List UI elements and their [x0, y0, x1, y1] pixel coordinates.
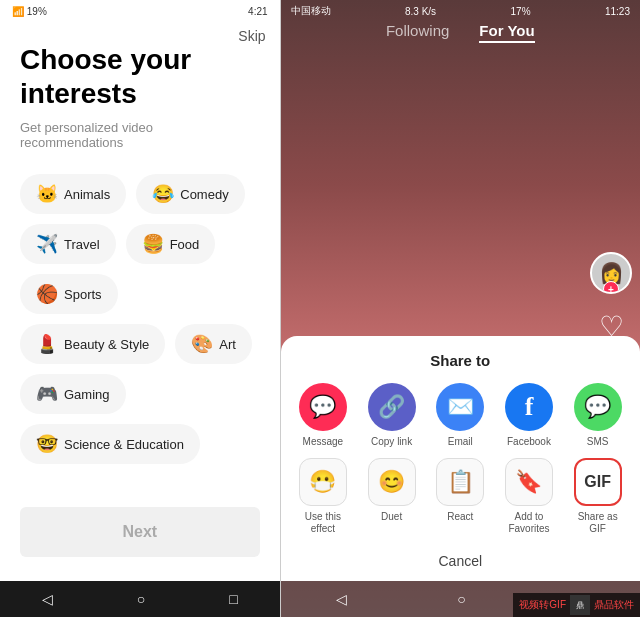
share-sms[interactable]: 💬 SMS: [570, 383, 626, 448]
interest-animals[interactable]: 🐱 Animals: [20, 174, 126, 214]
signal-icon: 📶 19%: [12, 6, 47, 17]
interest-art[interactable]: 🎨 Art: [175, 324, 252, 364]
page-title: Choose your interests: [20, 43, 260, 110]
interest-sports[interactable]: 🏀 Sports: [20, 274, 118, 314]
facebook-label: Facebook: [507, 436, 551, 448]
time-right: 11:23: [605, 6, 630, 17]
watermark-brand: 鼎品软件: [594, 598, 634, 612]
science-label: Science & Education: [64, 437, 184, 452]
share-row-2: 😷 Use thiseffect 😊 Duet 📋 React 🔖 Add to…: [281, 458, 640, 535]
share-favorites[interactable]: 🔖 Add toFavorites: [501, 458, 557, 535]
duet-label: Duet: [381, 511, 402, 523]
food-label: Food: [170, 237, 200, 252]
message-icon: 💬: [299, 383, 347, 431]
share-copylink[interactable]: 🔗 Copy link: [364, 383, 420, 448]
animals-emoji: 🐱: [36, 183, 58, 205]
interest-row-1: 🐱 Animals 😂 Comedy: [20, 174, 260, 214]
favorites-icon: 🔖: [505, 458, 553, 506]
status-bar-right: 中国移动 8.3 K/s 17% 11:23: [281, 0, 640, 22]
comedy-label: Comedy: [180, 187, 228, 202]
watermark-text: 视频转GIF: [519, 598, 566, 612]
interest-row-4: 💄 Beauty & Style 🎨 Art: [20, 324, 260, 364]
interest-row-6: 🤓 Science & Education: [20, 424, 260, 464]
beauty-label: Beauty & Style: [64, 337, 149, 352]
share-facebook[interactable]: f Facebook: [501, 383, 557, 448]
share-duet[interactable]: 😊 Duet: [364, 458, 420, 523]
art-emoji: 🎨: [191, 333, 213, 355]
watermark-logo: 鼎: [570, 595, 590, 615]
gif-icon: GIF: [574, 458, 622, 506]
effect-label: Use thiseffect: [305, 511, 341, 535]
food-emoji: 🍔: [142, 233, 164, 255]
facebook-icon: f: [505, 383, 553, 431]
tab-following[interactable]: Following: [386, 22, 449, 43]
sms-icon: 💬: [574, 383, 622, 431]
follow-plus-icon[interactable]: +: [603, 281, 619, 294]
interest-travel[interactable]: ✈️ Travel: [20, 224, 116, 264]
share-gif[interactable]: GIF Share asGIF: [570, 458, 626, 535]
react-label: React: [447, 511, 473, 523]
email-label: Email: [448, 436, 473, 448]
interest-row-2: ✈️ Travel 🍔 Food: [20, 224, 260, 264]
battery-right: 17%: [511, 6, 531, 17]
skip-button[interactable]: Skip: [238, 28, 265, 44]
share-row-1: 💬 Message 🔗 Copy link ✉️ Email f Faceboo…: [281, 383, 640, 448]
gif-label: Share asGIF: [578, 511, 618, 535]
animals-label: Animals: [64, 187, 110, 202]
back-nav-icon[interactable]: ◁: [42, 591, 53, 607]
email-icon: ✉️: [436, 383, 484, 431]
gaming-label: Gaming: [64, 387, 110, 402]
interests-grid: 🐱 Animals 😂 Comedy ✈️ Travel 🍔 Food: [20, 174, 260, 464]
interest-food[interactable]: 🍔 Food: [126, 224, 216, 264]
left-panel: 📶 19% 4:21 Skip Choose your interests Ge…: [0, 0, 280, 617]
share-title: Share to: [281, 352, 640, 369]
subtitle-text: Get personalized video recommendations: [20, 120, 260, 150]
tab-for-you[interactable]: For You: [479, 22, 534, 43]
duet-icon: 😊: [368, 458, 416, 506]
recents-nav-icon[interactable]: □: [229, 591, 237, 607]
copylink-label: Copy link: [371, 436, 412, 448]
beauty-emoji: 💄: [36, 333, 58, 355]
speed-text: 8.3 K/s: [405, 6, 436, 17]
share-message[interactable]: 💬 Message: [295, 383, 351, 448]
watermark: 视频转GIF 鼎 鼎品软件: [513, 593, 640, 617]
status-bar-left: 📶 19% 4:21: [0, 0, 280, 23]
comedy-emoji: 😂: [152, 183, 174, 205]
nav-bar-left: ◁ ○ □: [0, 581, 280, 617]
share-effect[interactable]: 😷 Use thiseffect: [295, 458, 351, 535]
travel-emoji: ✈️: [36, 233, 58, 255]
home-nav-icon[interactable]: ○: [137, 591, 145, 607]
right-panel: 中国移动 8.3 K/s 17% 11:23 Following For You…: [281, 0, 640, 617]
time-left: 4:21: [248, 6, 267, 17]
copylink-icon: 🔗: [368, 383, 416, 431]
tiktok-tabs: Following For You: [281, 22, 640, 43]
avatar[interactable]: 👩 +: [590, 252, 632, 294]
share-sheet: Share to 💬 Message 🔗 Copy link ✉️ Email …: [281, 336, 640, 581]
travel-label: Travel: [64, 237, 100, 252]
carrier-text: 中国移动: [291, 4, 331, 18]
back-nav-right-icon[interactable]: ◁: [336, 591, 347, 607]
favorites-label: Add toFavorites: [508, 511, 549, 535]
sports-label: Sports: [64, 287, 102, 302]
gaming-emoji: 🎮: [36, 383, 58, 405]
interest-science[interactable]: 🤓 Science & Education: [20, 424, 200, 464]
interest-row-5: 🎮 Gaming: [20, 374, 260, 414]
art-label: Art: [219, 337, 236, 352]
share-email[interactable]: ✉️ Email: [432, 383, 488, 448]
science-emoji: 🤓: [36, 433, 58, 455]
effect-icon: 😷: [299, 458, 347, 506]
interest-beauty[interactable]: 💄 Beauty & Style: [20, 324, 165, 364]
sms-label: SMS: [587, 436, 609, 448]
interest-comedy[interactable]: 😂 Comedy: [136, 174, 244, 214]
share-react[interactable]: 📋 React: [432, 458, 488, 523]
interest-gaming[interactable]: 🎮 Gaming: [20, 374, 126, 414]
message-label: Message: [303, 436, 344, 448]
left-content: Choose your interests Get personalized v…: [0, 23, 280, 495]
cancel-button[interactable]: Cancel: [281, 545, 640, 573]
interest-row-3: 🏀 Sports: [20, 274, 260, 314]
sports-emoji: 🏀: [36, 283, 58, 305]
home-nav-right-icon[interactable]: ○: [457, 591, 465, 607]
react-icon: 📋: [436, 458, 484, 506]
next-button[interactable]: Next: [20, 507, 260, 557]
